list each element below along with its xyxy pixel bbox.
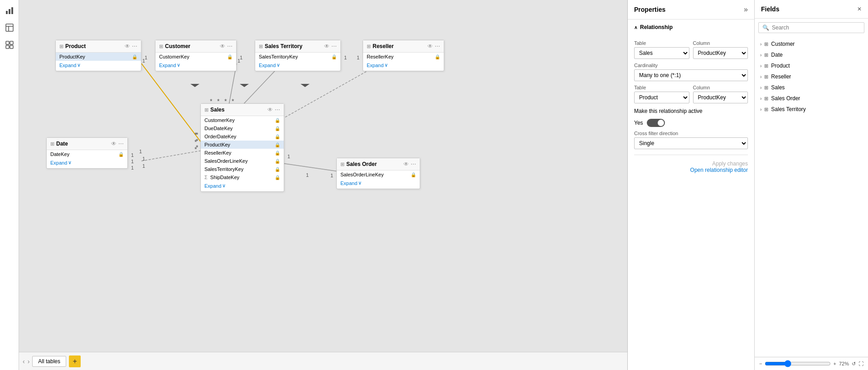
cardinality-select[interactable]: Many to one (*:1) One to one (1:1) One t… [634, 69, 748, 81]
sales-top-star-3: * [224, 97, 227, 105]
sales-1-right: 1 [287, 154, 290, 159]
reseller-key-hide-icon[interactable]: 🔒 [435, 54, 440, 59]
date-key-hide-icon[interactable]: 🔒 [118, 152, 124, 157]
prop-divider [634, 155, 748, 155]
date-key-row: DateKey 🔒 [47, 150, 127, 158]
sales-order-icon: ⊞ [340, 161, 344, 167]
date-expand-link[interactable]: Expand ∨ [47, 158, 127, 168]
table-view-icon[interactable] [3, 21, 16, 34]
sales-order-expand-link[interactable]: Expand ∨ [337, 179, 420, 189]
relationship-collapse-icon[interactable]: ∧ [634, 25, 637, 30]
column1-label: Column [693, 40, 748, 46]
all-tables-button[interactable]: All tables [32, 356, 66, 367]
customer-eye-icon[interactable]: 👁 [220, 43, 225, 49]
customer-customerkey-field: CustomerKey [159, 54, 225, 59]
sales-expand-arrow: › [760, 85, 761, 90]
zoom-reset-icon[interactable]: ↺ [852, 361, 856, 367]
product-table: ⊞ Product 👁 ⋯ ProductKey 🔒 Expand ∨ 1 [55, 40, 141, 71]
table1-select[interactable]: Sales Product Customer [634, 47, 689, 59]
sales-order-linekey-hide[interactable]: 🔒 [411, 172, 416, 177]
product-productkey-hide-icon[interactable]: 🔒 [132, 54, 137, 59]
active-toggle[interactable] [647, 119, 665, 127]
sales-order-more-icon[interactable]: ⋯ [411, 161, 416, 167]
customer-more-icon[interactable]: ⋯ [227, 43, 233, 49]
sales-productkey-hide[interactable]: 🔒 [275, 142, 280, 147]
svg-marker-31 [190, 84, 199, 87]
zoom-minus-icon[interactable]: − [759, 361, 762, 366]
sales-header: ⊞ Sales 👁 ⋯ [201, 104, 284, 116]
chart-view-icon[interactable] [3, 4, 16, 17]
product-expand-link[interactable]: Expand ∨ [56, 61, 141, 71]
sales-duedatekey-hide[interactable]: 🔒 [275, 126, 280, 131]
table1-column1-row: Table Sales Product Customer Column Prod… [634, 37, 748, 59]
sales-duedatekey-row: DueDateKey 🔒 [201, 124, 284, 132]
fields-item-reseller[interactable]: › ⊞ Reseller [755, 71, 868, 82]
add-table-button[interactable]: + [69, 355, 81, 367]
sales-orderdatekey-field: OrderDateKey [204, 134, 273, 139]
fields-item-sales[interactable]: › ⊞ Sales [755, 82, 868, 93]
sales-salesterritorykey-hide[interactable]: 🔒 [275, 167, 280, 172]
model-view-icon[interactable] [3, 38, 16, 52]
sales-shipdatekey-hide[interactable]: 🔒 [275, 175, 280, 180]
nav-arrow-left[interactable]: ‹ [23, 358, 25, 365]
fields-item-product[interactable]: › ⊞ Product [755, 60, 868, 71]
properties-collapse-button[interactable]: » [744, 5, 748, 14]
sales-top-star-2: * [217, 97, 219, 105]
reseller-table-icon: ⊞ [367, 44, 371, 49]
sales-salesorderlinekey-hide[interactable]: 🔒 [275, 159, 280, 164]
zoom-plus-icon[interactable]: + [834, 361, 836, 366]
date-eye-icon[interactable]: 👁 [111, 141, 116, 147]
sales-territory-key-field: SalesTerritoryKey [259, 54, 330, 59]
fields-item-sales-territory[interactable]: › ⊞ Sales Territory [755, 104, 868, 115]
sales-resellerkey-hide[interactable]: 🔒 [275, 151, 280, 156]
sales-resellerkey-row: ResellerKey 🔒 [201, 149, 284, 157]
product-more-icon[interactable]: ⋯ [132, 43, 137, 49]
customer-expand-link[interactable]: Expand ∨ [155, 61, 236, 71]
sales-territory-key-hide-icon[interactable]: 🔒 [331, 54, 337, 59]
reseller-more-icon[interactable]: ⋯ [435, 43, 440, 49]
sales-eye-icon[interactable]: 👁 [267, 107, 273, 113]
sales-territory-expand-link[interactable]: Expand ∨ [255, 61, 340, 71]
svg-rect-9 [10, 45, 13, 49]
cross-filter-select[interactable]: Single Both [634, 137, 748, 149]
column2-col: Column ProductKey [693, 81, 748, 103]
reseller-eye-icon[interactable]: 👁 [427, 43, 433, 49]
sales-order-eye-icon[interactable]: 👁 [403, 161, 409, 167]
product-eye-icon[interactable]: 👁 [125, 43, 130, 49]
fields-item-customer[interactable]: › ⊞ Customer [755, 39, 868, 49]
sales-star-3: * [194, 146, 197, 153]
canvas-bottom-bar: ‹ › All tables + [19, 352, 627, 370]
yes-toggle-row: Yes [634, 119, 748, 127]
sales-territory-more-icon[interactable]: ⋯ [331, 43, 337, 49]
fields-close-icon[interactable]: ✕ [857, 6, 862, 12]
sales-order-expand-arrow: › [760, 96, 761, 101]
reseller-expand-link[interactable]: Expand ∨ [363, 61, 444, 71]
table2-select[interactable]: Product Sales [634, 92, 689, 103]
nav-arrow-right[interactable]: › [28, 358, 30, 365]
sales-customerkey-hide[interactable]: 🔒 [275, 118, 280, 123]
sales-more-icon[interactable]: ⋯ [275, 107, 280, 113]
fields-search-input[interactable] [772, 24, 860, 31]
svg-rect-1 [9, 9, 10, 14]
fields-item-date[interactable]: › ⊞ Date [755, 49, 868, 60]
date-more-icon[interactable]: ⋯ [118, 141, 124, 147]
sales-salesterritorykey-field: SalesTerritoryKey [204, 166, 273, 172]
customer-customerkey-row: CustomerKey 🔒 [155, 53, 236, 61]
sales-expand-link[interactable]: Expand ∨ [201, 181, 284, 191]
zoom-fit-icon[interactable]: ⛶ [858, 361, 863, 366]
column1-select[interactable]: ProductKey CustomerKey [693, 47, 748, 59]
zoom-slider[interactable] [765, 360, 830, 367]
column2-select[interactable]: ProductKey [693, 92, 748, 103]
apply-changes-text[interactable]: Apply changes [634, 161, 748, 167]
sales-territory-field-name: Sales Territory [771, 106, 805, 112]
sales-orderdatekey-hide[interactable]: 🔒 [275, 134, 280, 139]
reseller-table: ⊞ Reseller 👁 ⋯ ResellerKey 🔒 Expand ∨ 1 [363, 40, 444, 71]
table1-label: Table [634, 40, 689, 46]
sales-territory-eye-icon[interactable]: 👁 [324, 43, 330, 49]
date-name: Date [56, 141, 109, 147]
customer-customerkey-hide-icon[interactable]: 🔒 [227, 54, 233, 59]
reseller-cardinality-marker: 1 [357, 55, 359, 60]
sales-duedatekey-field: DueDateKey [204, 126, 273, 131]
open-editor-link[interactable]: Open relationship editor [634, 167, 748, 173]
fields-item-sales-order[interactable]: › ⊞ Sales Order [755, 93, 868, 104]
